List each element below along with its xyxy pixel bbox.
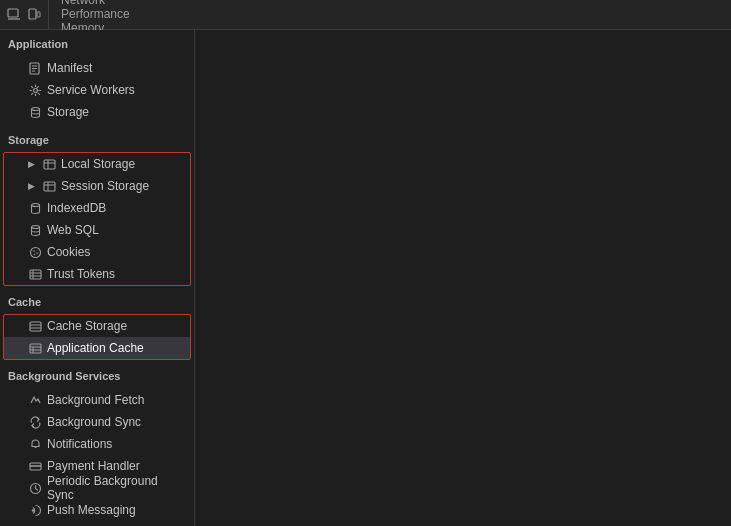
svg-rect-10 [44, 160, 55, 169]
device-icon[interactable] [26, 7, 42, 23]
manifest-icon [28, 61, 42, 75]
bell-icon [28, 437, 42, 451]
svg-point-36 [31, 509, 33, 511]
svg-rect-26 [30, 322, 41, 331]
sidebar-label-background-sync: Background Sync [47, 415, 141, 429]
tab-bar: ElementsConsoleSourcesNetworkPerformance… [0, 0, 731, 30]
sidebar-label-periodic-background-sync: Periodic Background Sync [47, 474, 182, 502]
db-icon [28, 201, 42, 215]
tab-performance[interactable]: Performance [49, 7, 143, 21]
sidebar-item-background-fetch[interactable]: Background Fetch [4, 389, 190, 411]
db2-icon [28, 223, 42, 237]
sidebar-label-cache-storage: Cache Storage [47, 319, 127, 333]
payment-icon [28, 459, 42, 473]
svg-rect-3 [37, 12, 40, 17]
sidebar-label-payment-handler: Payment Handler [47, 459, 140, 473]
sidebar-label-notifications: Notifications [47, 437, 112, 451]
arrow-session-storage [28, 181, 35, 191]
table-icon [42, 179, 56, 193]
svg-point-21 [33, 253, 35, 255]
svg-point-9 [31, 107, 39, 110]
table4-icon [28, 341, 42, 355]
sidebar-item-notifications[interactable]: Notifications [4, 433, 190, 455]
sidebar-label-trust-tokens: Trust Tokens [47, 267, 115, 281]
main-layout: ApplicationManifestService WorkersStorag… [0, 30, 731, 526]
sidebar-group-storage: Local StorageSession StorageIndexedDBWeb… [3, 152, 191, 286]
devtools-icons [0, 0, 49, 29]
sidebar-item-background-sync[interactable]: Background Sync [4, 411, 190, 433]
section-title-background-services: Background Services [0, 362, 194, 386]
svg-point-8 [33, 88, 37, 92]
sidebar-item-push-messaging[interactable]: Push Messaging [4, 499, 190, 521]
sidebar-label-indexeddb: IndexedDB [47, 201, 106, 215]
sidebar-label-session-storage: Session Storage [61, 179, 149, 193]
fetch-icon [28, 393, 42, 407]
inspect-icon[interactable] [6, 7, 22, 23]
sidebar-group-background-services: Background FetchBackground SyncNotificat… [3, 388, 191, 522]
sidebar-item-indexeddb[interactable]: IndexedDB [4, 197, 190, 219]
content-area [195, 30, 731, 526]
sidebar-label-background-fetch: Background Fetch [47, 393, 144, 407]
cookie-icon [28, 245, 42, 259]
sidebar-item-manifest[interactable]: Manifest [4, 57, 190, 79]
sidebar-label-service-workers: Service Workers [47, 83, 135, 97]
arrow-local-storage [28, 159, 35, 169]
sidebar: ApplicationManifestService WorkersStorag… [0, 30, 195, 526]
svg-point-17 [31, 225, 39, 228]
sidebar-item-web-sql[interactable]: Web SQL [4, 219, 190, 241]
sidebar-label-manifest: Manifest [47, 61, 92, 75]
svg-point-16 [31, 203, 39, 206]
svg-point-18 [30, 247, 40, 257]
svg-rect-0 [8, 9, 18, 17]
svg-rect-22 [30, 270, 41, 279]
svg-point-20 [36, 252, 38, 254]
sidebar-group-application: ManifestService WorkersStorage [3, 56, 191, 124]
sidebar-item-cookies[interactable]: Cookies [4, 241, 190, 263]
sidebar-item-application-cache[interactable]: Application Cache [4, 337, 190, 359]
sidebar-label-local-storage: Local Storage [61, 157, 135, 171]
sidebar-item-session-storage[interactable]: Session Storage [4, 175, 190, 197]
storage-db-icon [28, 105, 42, 119]
section-title-storage: Storage [0, 126, 194, 150]
sidebar-label-storage: Storage [47, 105, 89, 119]
svg-point-19 [33, 250, 35, 252]
sidebar-group-cache: Cache StorageApplication Cache [3, 314, 191, 360]
gear-icon [28, 83, 42, 97]
section-title-application: Application [0, 30, 194, 54]
sidebar-label-cookies: Cookies [47, 245, 90, 259]
sync-icon [28, 415, 42, 429]
sidebar-label-web-sql: Web SQL [47, 223, 99, 237]
svg-rect-13 [44, 182, 55, 191]
table-icon [42, 157, 56, 171]
sidebar-item-periodic-background-sync[interactable]: Periodic Background Sync [4, 477, 190, 499]
table3-icon [28, 319, 42, 333]
sidebar-item-service-workers[interactable]: Service Workers [4, 79, 190, 101]
sidebar-item-storage[interactable]: Storage [4, 101, 190, 123]
svg-rect-29 [30, 344, 41, 353]
sidebar-item-cache-storage[interactable]: Cache Storage [4, 315, 190, 337]
sidebar-item-local-storage[interactable]: Local Storage [4, 153, 190, 175]
sidebar-label-application-cache: Application Cache [47, 341, 144, 355]
svg-rect-2 [29, 9, 36, 19]
sidebar-item-trust-tokens[interactable]: Trust Tokens [4, 263, 190, 285]
table2-icon [28, 267, 42, 281]
section-title-cache: Cache [0, 288, 194, 312]
push-icon [28, 503, 42, 517]
periodic-icon [28, 481, 42, 495]
sidebar-label-push-messaging: Push Messaging [47, 503, 136, 517]
